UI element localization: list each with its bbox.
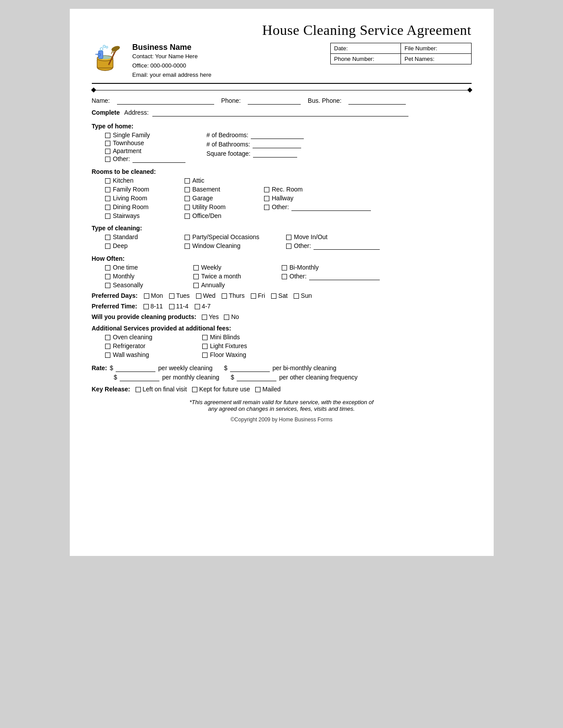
checkbox-party[interactable] xyxy=(185,235,190,240)
checkbox-8-11[interactable] xyxy=(144,304,149,309)
svg-line-8 xyxy=(115,49,115,52)
other-cleaning-input[interactable] xyxy=(314,242,380,250)
checkbox-single-family[interactable] xyxy=(105,133,110,138)
checkbox-bimonthly[interactable] xyxy=(282,265,287,270)
products-label: Will you provide cleaning products: xyxy=(92,313,196,320)
checkbox-townhouse[interactable] xyxy=(105,141,110,146)
other-room-label: Other: xyxy=(272,203,289,210)
checkbox-oven[interactable] xyxy=(105,335,110,340)
business-contact: Contact: Your Name Here xyxy=(132,52,212,61)
checkbox-office-den[interactable] xyxy=(185,214,190,219)
checkbox-refrigerator[interactable] xyxy=(105,344,110,349)
checkbox-apartment[interactable] xyxy=(105,149,110,154)
floor-waxing-label: Floor Waxing xyxy=(210,351,246,358)
pet-names-field: Pet Names: xyxy=(401,54,471,64)
checkbox-monthly[interactable] xyxy=(105,274,110,279)
sqfootage-label: Square footage: xyxy=(207,150,251,157)
checkbox-deep[interactable] xyxy=(105,244,110,249)
checkbox-attic[interactable] xyxy=(185,178,190,184)
rate-bimonthly-input[interactable] xyxy=(230,364,270,372)
sqfootage-row: Square footage: xyxy=(207,150,304,158)
checkbox-wed[interactable] xyxy=(196,293,201,299)
name-input-field[interactable] xyxy=(117,97,214,105)
checkbox-yes-products[interactable] xyxy=(202,315,207,320)
phone-input-field[interactable] xyxy=(248,97,301,105)
checkbox-rec-room[interactable] xyxy=(264,187,269,192)
checkbox-window[interactable] xyxy=(185,244,190,249)
checkbox-mini-blinds[interactable] xyxy=(202,335,208,340)
copyright: ©Copyright 2009 by Home Business Forms xyxy=(92,417,472,423)
checkbox-fri[interactable] xyxy=(251,293,256,299)
time-4-7-label: 4-7 xyxy=(202,303,211,310)
checkbox-seasonally[interactable] xyxy=(105,283,110,288)
checkbox-annually[interactable] xyxy=(193,283,199,288)
light-fixtures-label: Light Fixtures xyxy=(210,342,247,349)
checkbox-standard[interactable] xyxy=(105,235,110,240)
address-line: Complete Address: xyxy=(92,109,472,116)
time-8-11-label: 8-11 xyxy=(151,303,163,310)
checkbox-kept-future[interactable] xyxy=(192,387,197,392)
type-of-home-title: Type of home: xyxy=(92,123,472,130)
window-label: Window Cleaning xyxy=(193,242,241,249)
cleaning-other: Other: xyxy=(286,242,380,250)
checkbox-living-room[interactable] xyxy=(105,196,110,201)
checkbox-4-7[interactable] xyxy=(195,304,200,309)
checkbox-moveinout[interactable] xyxy=(286,235,291,240)
checkbox-family-room[interactable] xyxy=(105,187,110,192)
checkbox-sat[interactable] xyxy=(271,293,276,299)
bus-phone-input-field[interactable] xyxy=(348,97,406,105)
sqfootage-input[interactable] xyxy=(253,150,297,158)
checkbox-dining-room[interactable] xyxy=(105,205,110,210)
other-home-input[interactable] xyxy=(132,155,185,163)
checkbox-thurs[interactable] xyxy=(222,293,227,299)
checkbox-stairways[interactable] xyxy=(105,214,110,219)
room-family-room: Family Room xyxy=(105,186,185,193)
checkbox-wall-washing[interactable] xyxy=(105,353,110,358)
checkbox-left-final[interactable] xyxy=(136,387,141,392)
checkbox-garage[interactable] xyxy=(185,196,190,201)
decor-hline xyxy=(95,90,468,90)
tues-label: Tues xyxy=(176,292,190,299)
checkbox-twice-month[interactable] xyxy=(193,274,199,279)
bedrooms-input[interactable] xyxy=(251,131,304,139)
checkbox-other-cleaning[interactable] xyxy=(286,244,291,249)
checkbox-other-room[interactable] xyxy=(264,205,269,210)
checkbox-other-often[interactable] xyxy=(282,274,287,279)
bathrooms-label: # of Bathrooms: xyxy=(207,141,250,148)
time-11-4: 11-4 xyxy=(169,303,189,310)
kept-future-label: Kept for future use xyxy=(199,386,250,393)
footer-line2: any agreed on changes in services, fees,… xyxy=(92,405,472,412)
checkbox-kitchen[interactable] xyxy=(105,178,110,184)
checkbox-hallway[interactable] xyxy=(264,196,269,201)
date-field: Date: xyxy=(331,43,401,53)
checkbox-tues[interactable] xyxy=(169,293,174,299)
checkbox-utility-room[interactable] xyxy=(185,205,190,210)
preferred-time-row: Preferred Time: 8-11 11-4 4-7 xyxy=(92,303,472,310)
checkbox-mon[interactable] xyxy=(144,293,149,299)
svg-rect-11 xyxy=(98,53,100,56)
rate-other-input[interactable] xyxy=(237,374,276,381)
checkbox-other-home[interactable] xyxy=(105,157,110,162)
other-room-input[interactable] xyxy=(291,203,371,211)
checkbox-weekly[interactable] xyxy=(193,265,199,270)
bathrooms-input[interactable] xyxy=(253,141,301,148)
home-type-col: Single Family Townhouse Apartment Other: xyxy=(105,131,193,164)
rate-monthly-input[interactable] xyxy=(120,374,159,381)
other-home-label: Other: xyxy=(113,155,130,162)
checkbox-mailed[interactable] xyxy=(255,387,261,392)
key-kept-future: Kept for future use xyxy=(192,386,250,393)
address-input-field[interactable] xyxy=(152,109,408,116)
checkbox-sun[interactable] xyxy=(294,293,299,299)
checkbox-onetime[interactable] xyxy=(105,265,110,270)
checkbox-basement[interactable] xyxy=(185,187,190,192)
checkbox-11-4[interactable] xyxy=(169,304,174,309)
business-email: Email: your email address here xyxy=(132,71,212,80)
rate-weekly-input[interactable] xyxy=(116,364,155,372)
checkbox-light-fixtures[interactable] xyxy=(202,344,208,349)
address-sublabel: Address: xyxy=(124,109,148,116)
name-line: Name: Phone: Bus. Phone: xyxy=(92,97,472,105)
other-often-input[interactable] xyxy=(309,273,380,280)
checkbox-no-products[interactable] xyxy=(224,315,229,320)
checkbox-floor-waxing[interactable] xyxy=(202,353,208,358)
cleaning-grid: Standard Deep Party/Special Occasions Wi… xyxy=(105,233,472,251)
